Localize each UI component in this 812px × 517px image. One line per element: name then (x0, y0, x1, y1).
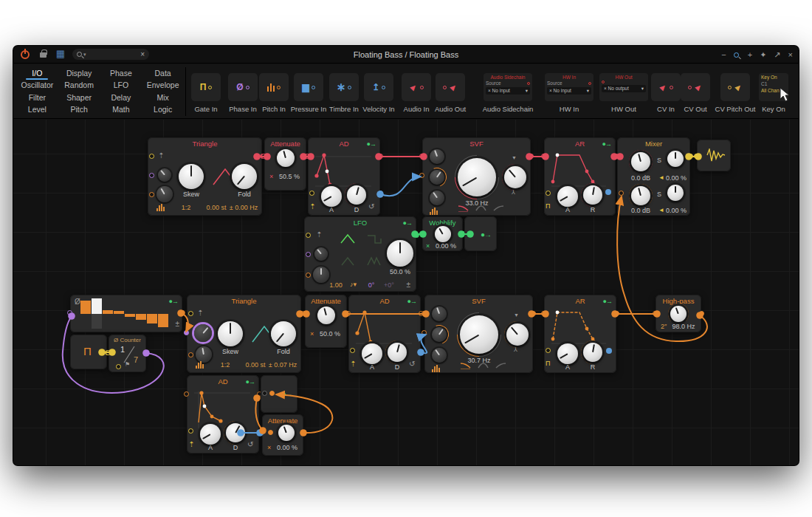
palette-hw-in[interactable]: HW In Source × No input▾ HW In (539, 73, 599, 113)
category-pitch[interactable]: Pitch (58, 104, 100, 115)
category-mix[interactable]: Mix (142, 92, 184, 103)
category-phase[interactable]: Phase (100, 68, 142, 79)
bandpass-icon[interactable] (478, 361, 489, 369)
category-delay[interactable]: Delay (100, 92, 142, 103)
keytrack-knob[interactable] (430, 191, 444, 205)
note-icon[interactable]: ♪▾ (350, 281, 357, 288)
palette-audio-out[interactable]: ► Audio Out (428, 73, 472, 113)
port-retrig-in[interactable] (546, 348, 551, 353)
attack-knob[interactable] (557, 186, 578, 207)
loop-icon[interactable]: ↺ (409, 360, 415, 368)
port-clock-in[interactable] (106, 350, 111, 355)
enable-toggle-icon[interactable]: ●→ (603, 298, 612, 305)
port-in[interactable] (269, 391, 275, 396)
node-ar-bot[interactable]: AR ●→ Π A R (544, 295, 616, 373)
steps-display[interactable] (79, 298, 172, 330)
fold-knob[interactable] (271, 321, 296, 346)
bypass-icon[interactable]: × (310, 330, 314, 338)
ch2-level-value[interactable]: 0.0 dB (623, 207, 658, 214)
rate-knob[interactable] (313, 267, 329, 283)
expand-icon[interactable]: ↗ (774, 50, 780, 60)
ratio-value[interactable]: 1:2 (215, 361, 235, 369)
loop-icon[interactable]: ↺ (368, 202, 374, 210)
node-attenuate-bot[interactable]: Attenuate × 50.0 % (305, 295, 347, 348)
node-steps[interactable]: Ø ●→ ± (70, 295, 182, 332)
category-shaper[interactable]: Shaper (58, 92, 100, 103)
fold-knob[interactable] (232, 164, 257, 189)
category-io[interactable]: I/O (16, 68, 58, 79)
ch2-pan-value[interactable]: 0.00 % (664, 207, 688, 214)
zoom-fit-icon[interactable] (734, 50, 740, 59)
keytrack-knob[interactable] (432, 348, 447, 363)
category-lfo[interactable]: LFO (100, 80, 142, 91)
node-lfo[interactable]: LFO ●→ ⇡ 50.0 % 1.00 ♪▾ 0° +0° ± (304, 216, 416, 292)
port-in[interactable] (261, 154, 266, 159)
release-knob[interactable] (583, 185, 602, 205)
mod-source-icon[interactable]: ●→ (282, 390, 292, 398)
amount-value[interactable]: 0.00 % (431, 242, 461, 250)
port-out[interactable] (414, 233, 419, 238)
freq-value[interactable]: ± 0.07 Hz (265, 361, 300, 369)
decay-knob[interactable] (226, 423, 245, 442)
port-curve-out[interactable] (378, 191, 383, 196)
port-in[interactable] (419, 231, 424, 236)
speaker-icon[interactable]: ◄ (658, 207, 664, 213)
decay-knob[interactable] (388, 343, 407, 362)
port-out[interactable] (144, 350, 149, 355)
node-gate-source[interactable]: Π (70, 335, 107, 369)
port-pitch-in[interactable] (149, 173, 154, 178)
ch1-solo[interactable]: S (657, 157, 661, 164)
node-wobblify[interactable]: Wobblify × 0.00 % (422, 216, 463, 251)
drive-knob[interactable] (430, 149, 444, 164)
drive-knob[interactable] (432, 307, 447, 321)
skew-knob[interactable] (179, 164, 204, 189)
node-counter[interactable]: Ø Counter 1 7 ⚑ (109, 335, 146, 372)
node-svf-bot[interactable]: SVF 30.7 Hz ▼ ⅄ (424, 295, 533, 373)
port-ch2-in[interactable] (619, 191, 624, 196)
node-mixer[interactable]: Mixer 0.0 dB S ◄ 0.00 % 0.0 dB S ◄ 0.00 … (617, 137, 690, 216)
mod-knob[interactable] (432, 327, 447, 342)
ch2-pan-knob[interactable] (667, 185, 684, 201)
port-ch1-in[interactable] (614, 154, 619, 159)
bypass-icon[interactable]: × (267, 444, 271, 451)
amount-knob[interactable] (435, 226, 451, 242)
bipolar-icon[interactable]: ± (407, 281, 411, 289)
node-svf-top[interactable]: SVF 33.0 Hz ▼ ⅄ (422, 137, 531, 216)
pitch-knob[interactable] (194, 324, 212, 342)
port-out[interactable] (378, 154, 383, 159)
category-filter[interactable]: Filter (16, 92, 58, 103)
port-in[interactable] (268, 430, 273, 435)
category-oscillator[interactable]: Oscillator (16, 80, 58, 91)
port-trigger-in[interactable] (184, 391, 189, 397)
enable-toggle-icon[interactable]: ●→ (367, 140, 376, 148)
amount-knob[interactable] (317, 307, 335, 324)
port-cutoff-mod-in[interactable] (419, 173, 424, 178)
port-out[interactable] (614, 311, 619, 316)
hw-out-select[interactable]: × No output▾ (602, 85, 646, 92)
port-cutoff-mod-in[interactable] (422, 330, 427, 335)
pitch-knob[interactable] (158, 168, 171, 182)
cutoff-knob[interactable] (458, 158, 496, 196)
port-audio-in[interactable] (422, 311, 427, 316)
ratio-value[interactable]: 1:2 (176, 204, 196, 211)
port-trigger-in[interactable] (305, 154, 310, 159)
ch1-pan-knob[interactable] (667, 151, 684, 167)
amount-value[interactable]: 0.00 % (272, 444, 302, 451)
highpass-icon[interactable] (493, 204, 505, 212)
node-attenuate-top[interactable]: Attenuate × 50.5 % (264, 137, 306, 191)
freq-value[interactable]: 98.0 Hz (667, 323, 700, 330)
port-trigger-in[interactable] (345, 311, 351, 316)
port-out[interactable] (529, 154, 534, 159)
fm-knob[interactable] (196, 346, 212, 363)
amount-knob[interactable] (387, 240, 413, 267)
category-data[interactable]: Data (142, 68, 184, 79)
resonance-knob[interactable] (506, 323, 529, 346)
amount-value[interactable]: 50.5 % (275, 173, 304, 180)
attack-knob[interactable] (200, 424, 221, 445)
zoom-out-button[interactable]: − (721, 50, 726, 59)
mod-source-icon[interactable]: ●→ (481, 230, 491, 239)
node-ad-top[interactable]: AD ●→ ⇡ A D ↺ (308, 137, 380, 216)
bypass-icon[interactable]: × (269, 173, 273, 180)
attack-knob[interactable] (362, 343, 382, 364)
phase-knob[interactable] (314, 247, 328, 261)
